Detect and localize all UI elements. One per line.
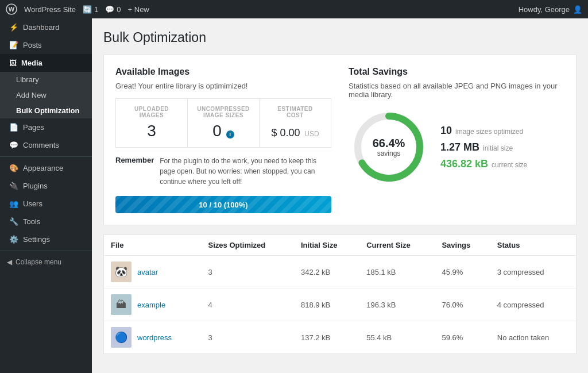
files-table: File Sizes Optimized Initial Size Curren… — [104, 235, 576, 353]
sidebar-label-posts: Posts — [23, 41, 42, 49]
info-icon[interactable]: i — [226, 130, 234, 139]
total-savings-subtitle: Statistics based on all available JPEG a… — [349, 82, 564, 99]
wp-logo-icon: W — [6, 3, 17, 15]
sidebar-item-settings[interactable]: ⚙️ Settings — [0, 230, 92, 248]
admin-bar-right: Howdy, George 👤 — [519, 5, 582, 14]
new-item[interactable]: + New — [128, 5, 149, 14]
media-submenu: Library Add New Bulk Optimization — [0, 72, 92, 118]
file-cell-example: 🏔 example — [104, 289, 202, 321]
sidebar-item-media[interactable]: 🖼 Media — [0, 54, 92, 72]
stat-cost-label: ESTIMATEDCOST — [269, 106, 322, 118]
tools-icon: 🔧 — [9, 217, 18, 226]
media-icon: 🖼 — [9, 59, 17, 67]
sidebar-separator-2 — [0, 251, 92, 251]
sidebar-item-tools[interactable]: 🔧 Tools — [0, 213, 92, 230]
col-initial-size: Initial Size — [294, 235, 359, 256]
collapse-label: Collapse menu — [16, 258, 61, 266]
table-row: 🏔 example 4 818.9 kB 196.3 kB 76.0% 4 co… — [104, 289, 576, 321]
sidebar-item-appearance[interactable]: 🎨 Appearance — [0, 159, 92, 177]
donut-chart: 66.4% savings — [349, 107, 429, 187]
sidebar-separator-1 — [0, 156, 92, 157]
available-images-title: Available Images — [115, 67, 331, 77]
savings-stat-current: 436.82 kB current size — [440, 158, 527, 170]
sidebar-item-posts[interactable]: 📝 Posts — [0, 36, 92, 54]
donut-savings-text: savings — [373, 149, 405, 157]
stat-uncompressed-value: 0 i — [197, 122, 250, 140]
table-header: File Sizes Optimized Initial Size Curren… — [104, 235, 576, 256]
pages-icon: 📄 — [9, 123, 18, 132]
updates-icon: 🔄 — [83, 5, 92, 14]
stats-row: UPLOADEDIMAGES 3 UNCOMPRESSEDIMAGE SIZES… — [115, 98, 331, 148]
sidebar-subitem-add-new[interactable]: Add New — [0, 87, 92, 103]
sizes-optimized-avatar: 3 — [202, 256, 294, 289]
site-name-item[interactable]: WordPress Site — [24, 5, 76, 14]
current-size-avatar: 185.1 kB — [359, 256, 435, 289]
status-example: 4 compressed — [490, 289, 576, 321]
initial-size-avatar: 342.2 kB — [294, 256, 359, 289]
savings-avatar: 45.9% — [435, 256, 490, 289]
status-avatar: 3 compressed — [490, 256, 576, 289]
page-title: Bulk Optimization — [103, 30, 577, 45]
col-status: Status — [490, 235, 576, 256]
savings-stat-initial: 1.27 MB initial size — [440, 141, 527, 153]
savings-wordpress: 59.6% — [435, 321, 490, 354]
remember-row: Remember For the plugin to do the work, … — [115, 156, 331, 187]
sidebar-label-settings: Settings — [23, 235, 50, 244]
site-name: WordPress Site — [24, 5, 76, 14]
sizes-optimized-wordpress: 3 — [202, 321, 294, 354]
dashboard-icon: ⚡ — [9, 23, 18, 32]
admin-bar: W WordPress Site 🔄 1 💬 0 + New Howdy, Ge… — [0, 0, 588, 18]
collapse-menu-item[interactable]: ◀ Collapse menu — [0, 253, 92, 271]
savings-stats: 10 image sizes optimized 1.27 MB initial… — [440, 125, 527, 170]
comments-item[interactable]: 💬 0 — [105, 5, 121, 14]
stat-cost: ESTIMATEDCOST $ 0.00 USD — [260, 99, 331, 147]
status-wordpress: No action taken — [490, 321, 576, 354]
file-thumb-wordpress: 🔵 — [111, 327, 131, 348]
remember-text: For the plugin to do the work, you need … — [160, 156, 331, 187]
sidebar-item-users[interactable]: 👥 Users — [0, 195, 92, 213]
admin-bar-left: W WordPress Site 🔄 1 💬 0 + New — [6, 3, 149, 15]
wp-logo-item[interactable]: W — [6, 3, 17, 15]
layout: ⚡ Dashboard 📝 Posts 🖼 Media Library Add … — [0, 18, 588, 373]
savings-stat-sizes-num: 10 — [440, 125, 452, 137]
sidebar-label-comments: Comments — [23, 141, 59, 149]
sidebar-label-pages: Pages — [23, 123, 44, 132]
updates-count: 1 — [94, 5, 98, 14]
savings-stat-current-num: 436.82 kB — [440, 158, 488, 170]
main-content: Bulk Optimization Available Images Great… — [92, 18, 588, 373]
initial-size-example: 818.9 kB — [294, 289, 359, 321]
appearance-icon: 🎨 — [9, 164, 18, 172]
table-row: 🔵 wordpress 3 137.2 kB 55.4 kB 59.6% No … — [104, 321, 576, 354]
initial-size-wordpress: 137.2 kB — [294, 321, 359, 354]
donut-percent: 66.4% — [373, 137, 405, 149]
stat-cost-value: $ 0.00 USD — [269, 122, 322, 140]
sidebar-label-plugins: Plugins — [23, 182, 48, 190]
savings-stat-current-desc: current size — [492, 161, 527, 169]
sidebar-subitem-library[interactable]: Library — [0, 72, 92, 87]
sidebar-label-media: Media — [21, 59, 42, 67]
progress-text: 10 / 10 (100%) — [199, 201, 247, 209]
current-size-example: 196.3 kB — [359, 289, 435, 321]
savings-stat-sizes: 10 image sizes optimized — [440, 125, 527, 137]
sidebar-item-dashboard[interactable]: ⚡ Dashboard — [0, 18, 92, 36]
current-size-wordpress: 55.4 kB — [359, 321, 435, 354]
col-savings: Savings — [435, 235, 490, 256]
sidebar-item-comments[interactable]: 💬 Comments — [0, 136, 92, 154]
file-name-wordpress[interactable]: wordpress — [137, 333, 172, 342]
sidebar-item-plugins[interactable]: 🔌 Plugins — [0, 177, 92, 195]
available-images-subtitle: Great! Your entire library is optimimize… — [115, 82, 331, 90]
user-avatar-icon: 👤 — [573, 5, 582, 14]
file-name-example[interactable]: example — [137, 301, 165, 309]
file-thumb-avatar: 🐼 — [111, 262, 131, 282]
total-savings-section: Total Savings Statistics based on all av… — [349, 67, 564, 213]
sidebar-item-pages[interactable]: 📄 Pages — [0, 118, 92, 136]
file-name-avatar[interactable]: avatar — [137, 268, 158, 276]
collapse-icon: ◀ — [7, 258, 12, 266]
stat-uploaded-label: UPLOADEDIMAGES — [125, 106, 178, 118]
savings-area: 66.4% savings 10 image sizes optimized 1… — [349, 107, 564, 187]
savings-example: 76.0% — [435, 289, 490, 321]
available-images-section: Available Images Great! Your entire libr… — [115, 67, 331, 213]
savings-stat-initial-num: 1.27 MB — [440, 141, 479, 153]
updates-item[interactable]: 🔄 1 — [83, 5, 98, 14]
sidebar-subitem-bulk-optimization[interactable]: Bulk Optimization — [0, 103, 92, 118]
